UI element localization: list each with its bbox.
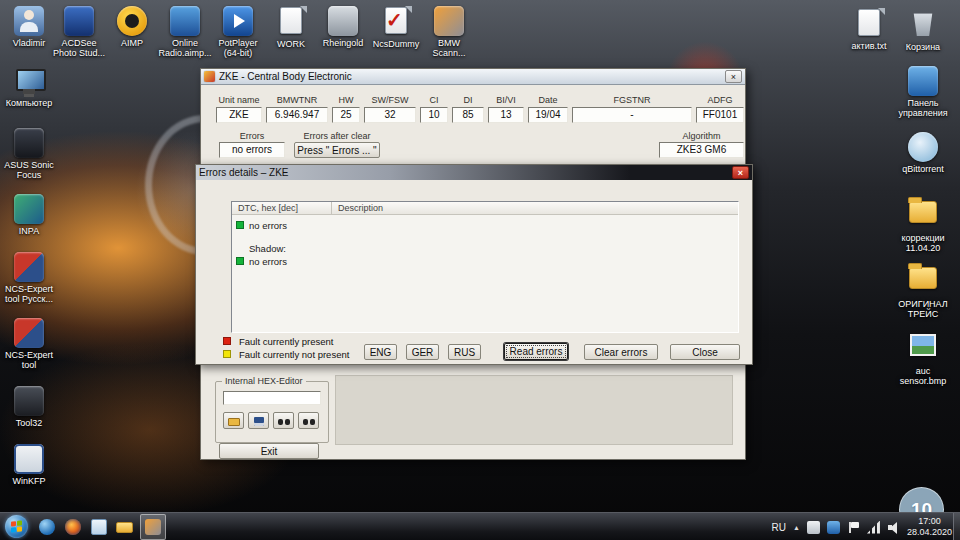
online-radio-icon — [170, 6, 200, 36]
work-files-icon — [280, 7, 302, 34]
desktop-icon-work[interactable]: WORK — [263, 6, 319, 49]
desktop-icon-acdsee[interactable]: ACDSee Photo Stud... — [51, 6, 107, 59]
ncs-expert-rus-icon — [14, 252, 44, 282]
action-center-flag-icon[interactable] — [847, 521, 860, 534]
desktop-icon-korrekcii-folder[interactable]: коррекции 11.04.20 — [895, 196, 951, 254]
clock[interactable]: 17:00 28.04.2020 — [907, 516, 952, 538]
open-folder-icon — [228, 418, 240, 426]
start-button[interactable] — [5, 515, 28, 538]
windows-flag-icon — [11, 520, 22, 532]
system-tray: RU ▲ 17:00 28.04.2020 — [772, 513, 952, 540]
winkfp-icon — [14, 444, 44, 474]
close-button[interactable]: Close — [670, 344, 740, 360]
fault-not-present-legend: Fault currently not present — [239, 349, 349, 360]
rus-language-button[interactable]: RUS — [448, 344, 481, 360]
desktop-icon-online-radio[interactable]: Online Radio.aimp... — [157, 6, 213, 59]
dtc-list[interactable]: DTC, hex [dec] Description no errors Sha… — [231, 201, 739, 333]
bmwtnr-field: 6.946.947 — [266, 107, 328, 123]
desktop-icon-tool32[interactable]: Tool32 — [1, 386, 57, 428]
tray-time: 17:00 — [907, 516, 952, 527]
fault-not-present-swatch — [223, 350, 231, 358]
text-file-icon — [858, 9, 880, 36]
desktop-icon-winkfp[interactable]: WinKFP — [1, 444, 57, 486]
dtc-row-no-errors[interactable]: no errors — [249, 220, 287, 231]
desktop-icon-aimp[interactable]: AIMP — [104, 6, 160, 48]
language-indicator[interactable]: RU — [772, 522, 786, 533]
exit-button[interactable]: Exit — [219, 443, 319, 459]
desktop: Vladimir Компьютер ASUS Sonic Focus INPA… — [0, 0, 960, 540]
desktop-icon-asus-sonic-focus[interactable]: ASUS Sonic Focus — [1, 128, 57, 181]
taskbar-icon-calculator[interactable] — [88, 516, 110, 538]
desktop-icon-ncs-expert-rus[interactable]: NCS-Expert tool Русск... — [1, 252, 57, 305]
desktop-icon-potplayer[interactable]: PotPlayer (64-bit) — [210, 6, 266, 59]
acdsee-icon — [64, 6, 94, 36]
control-panel-icon — [908, 66, 938, 96]
desktop-icon-inpa[interactable]: INPA — [1, 194, 57, 236]
bmw-scanner-icon — [434, 6, 464, 36]
inpa-icon — [14, 194, 44, 224]
ncsdummy-icon — [385, 7, 407, 34]
desktop-icon-recycle-bin[interactable]: Корзина — [895, 8, 951, 52]
errors-details-window: Errors details – ZKE × DTC, hex [dec] De… — [195, 164, 753, 365]
dtc-row-shadow-no-errors[interactable]: no errors — [249, 256, 287, 267]
asus-sonic-focus-icon — [14, 128, 44, 158]
desktop-icon-vladimir[interactable]: Vladimir — [1, 6, 57, 48]
desktop-icon-rheingold[interactable]: Rheingold — [315, 6, 371, 48]
algorithm-field: ZKE3 GM6 — [659, 142, 744, 158]
search-next-button[interactable] — [298, 412, 319, 429]
show-desktop-button[interactable] — [953, 513, 960, 540]
taskbar-icon-browser[interactable] — [36, 516, 58, 538]
hex-editor-input[interactable] — [223, 391, 321, 405]
desktop-icon-bmw-scanner[interactable]: BMW Scann... — [421, 6, 477, 59]
app-icon — [204, 71, 215, 82]
close-icon[interactable]: × — [725, 70, 742, 83]
search-hex-button[interactable] — [273, 412, 294, 429]
zke-window-titlebar[interactable]: ZKE - Central Body Electronic × — [201, 69, 745, 85]
volume-icon[interactable] — [887, 521, 900, 534]
algorithm-label: Algorithm — [659, 131, 744, 141]
desktop-icon-qbittorrent[interactable]: qBittorrent — [895, 132, 951, 174]
di-field: 85 — [452, 107, 484, 123]
sw-fsw-field: 32 — [364, 107, 416, 123]
window-title: ZKE - Central Body Electronic — [219, 71, 352, 82]
taskbar-icon-explorer[interactable] — [114, 516, 136, 538]
errors-after-clear-label: Errors after clear — [281, 131, 393, 141]
desktop-icon-computer[interactable]: Компьютер — [1, 66, 57, 108]
desktop-icon-aktiv-txt[interactable]: актив.txt — [841, 8, 897, 51]
desktop-icon-ncs-expert[interactable]: NCS-Expert tool — [1, 318, 57, 371]
unit-info-fields: Unit nameZKE BMWTNR6.946.947 HW25 SW/FSW… — [216, 95, 744, 123]
desktop-icon-ncsdummy[interactable]: NcsDummy — [368, 6, 424, 49]
internal-hex-editor-group: Internal HEX-Editor — [215, 381, 329, 443]
browser-icon — [39, 519, 55, 535]
open-file-button[interactable] — [223, 412, 244, 429]
image-file-icon — [910, 334, 936, 356]
dtc-row-shadow[interactable]: Shadow: — [249, 243, 286, 254]
desktop-icon-control-panel[interactable]: Панель управления — [895, 66, 951, 119]
taskbar: RU ▲ 17:00 28.04.2020 — [0, 512, 960, 540]
errors-window-titlebar[interactable]: Errors details – ZKE × — [196, 165, 752, 180]
save-disk-icon — [254, 417, 264, 426]
errors-status-field: no errors — [219, 142, 285, 158]
dtc-column-header: DTC, hex [dec] — [232, 202, 332, 214]
errors-label: Errors — [219, 131, 285, 141]
fault-present-swatch — [223, 337, 231, 345]
taskbar-icon-firefox[interactable] — [62, 516, 84, 538]
hw-field: 25 — [332, 107, 360, 123]
binoculars-icon — [303, 419, 308, 425]
keyboard-layout-icon[interactable] — [807, 521, 820, 534]
desktop-icon-original-trace-folder[interactable]: ОРИГИНАЛ ТРЕЙС — [895, 262, 951, 320]
security-shield-icon[interactable] — [827, 521, 840, 534]
tool32-icon — [14, 386, 44, 416]
eng-language-button[interactable]: ENG — [364, 344, 397, 360]
close-icon[interactable]: × — [732, 166, 749, 179]
press-errors-button[interactable]: Press " Errors ... " — [294, 142, 380, 158]
save-file-button[interactable] — [248, 412, 269, 429]
network-icon[interactable] — [867, 521, 880, 534]
ger-language-button[interactable]: GER — [406, 344, 439, 360]
clear-errors-button[interactable]: Clear errors — [584, 344, 658, 360]
fault-present-legend: Fault currently present — [239, 336, 334, 347]
read-errors-button[interactable]: Read errors — [504, 343, 568, 360]
desktop-icon-auc-sensor-bmp[interactable]: auc sensor.bmp — [895, 330, 951, 387]
hidden-icons-chevron-icon[interactable]: ▲ — [793, 524, 800, 531]
taskbar-icon-bmw-scanner-active[interactable] — [140, 514, 166, 540]
